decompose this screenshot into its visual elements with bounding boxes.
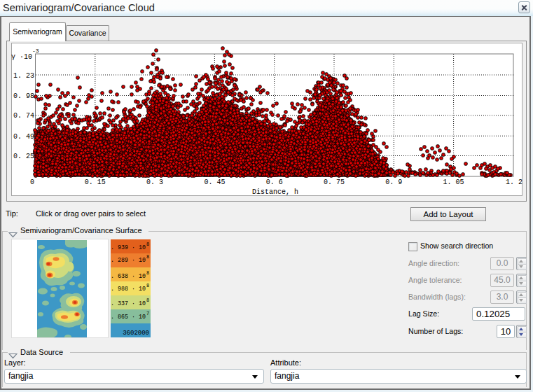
svg-text:8: 8 bbox=[146, 298, 149, 303]
svg-text:0: 0 bbox=[30, 178, 34, 186]
svg-text:1. 23: 1. 23 bbox=[13, 72, 34, 80]
svg-text:. 337 · 10: . 337 · 10 bbox=[111, 300, 146, 307]
svg-text:8: 8 bbox=[146, 241, 149, 247]
svg-text:8: 8 bbox=[146, 270, 149, 276]
svg-text:. 939 · 10: . 939 · 10 bbox=[111, 244, 146, 251]
svg-text:0. 75: 0. 75 bbox=[324, 178, 345, 186]
svg-text:0. 74: 0. 74 bbox=[13, 112, 34, 120]
svg-text:Distance, h: Distance, h bbox=[252, 188, 298, 196]
svg-text:0. 25: 0. 25 bbox=[13, 153, 34, 160]
svg-text:0. 98: 0. 98 bbox=[13, 92, 34, 100]
svg-text:7: 7 bbox=[146, 311, 149, 316]
svg-text:0. 15: 0. 15 bbox=[85, 178, 106, 186]
svg-text:. 638 · 10: . 638 · 10 bbox=[111, 273, 146, 280]
svg-text:8: 8 bbox=[146, 283, 149, 288]
svg-text:. 865 · 10: . 865 · 10 bbox=[111, 314, 146, 321]
svg-text:. 988 · 10: . 988 · 10 bbox=[111, 286, 146, 293]
svg-text:0. 49: 0. 49 bbox=[13, 133, 34, 141]
svg-text:γ ·10: γ ·10 bbox=[11, 53, 32, 61]
svg-text:0. 6: 0. 6 bbox=[266, 178, 283, 186]
svg-text:0. 9: 0. 9 bbox=[385, 178, 402, 186]
svg-text:0. 3: 0. 3 bbox=[146, 178, 163, 186]
svg-text:3602000: 3602000 bbox=[123, 330, 149, 337]
svg-text:1. 2: 1. 2 bbox=[506, 178, 522, 186]
svg-text:8: 8 bbox=[146, 254, 149, 260]
svg-text:-3: -3 bbox=[32, 48, 39, 54]
svg-text:. 289 · 10: . 289 · 10 bbox=[111, 257, 146, 264]
svg-text:1. 05: 1. 05 bbox=[443, 178, 464, 186]
svg-text:0. 45: 0. 45 bbox=[204, 178, 225, 186]
